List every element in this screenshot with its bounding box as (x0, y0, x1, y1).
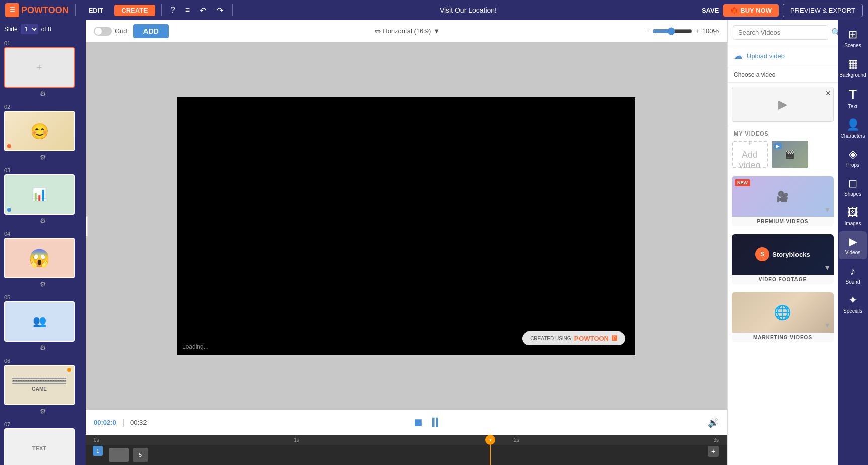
slide-thumb-inner-2: 😊 (5, 112, 74, 150)
add-button[interactable]: ADD (133, 24, 169, 38)
aspect-ratio-selector[interactable]: ⇔ Horizontal (16:9) ▼ (374, 26, 440, 36)
slide-icon-bar-1: ⚙ (4, 88, 82, 100)
shapes-icon: ◻ (848, 177, 857, 190)
sidebar-item-videos[interactable]: ▶ Videos (839, 231, 867, 259)
flag-icon: 🍁 (730, 7, 738, 14)
logo-text: POWTOON (21, 5, 69, 16)
watermark-brand-text: POWTOON (574, 335, 609, 342)
aspect-ratio-label: Horizontal (16:9) (383, 27, 431, 35)
slide-settings-4[interactable]: ⚙ (40, 280, 46, 288)
slide-thumb-4[interactable]: 😱 (4, 238, 75, 278)
zoom-minus[interactable]: − (645, 27, 649, 35)
specials-icon: ✦ (848, 294, 857, 307)
create-button[interactable]: CREATE (114, 5, 155, 16)
time-current: 00:02:0 (94, 419, 116, 426)
specials-label: Specials (843, 308, 862, 314)
stop-button[interactable]: ⏹ (413, 416, 424, 429)
slide-item-6[interactable]: 06 GAME ⚙ (4, 358, 82, 417)
slide-item-3[interactable]: 03 📊 ⚙ (4, 167, 82, 227)
sidebar-item-background[interactable]: ▦ Background (839, 53, 867, 82)
props-label: Props (846, 162, 859, 168)
slide-item-4[interactable]: 04 😱 ⚙ (4, 231, 82, 290)
timeline-track: 5 (101, 445, 727, 465)
slide-settings-5[interactable]: ⚙ (40, 344, 46, 352)
slide-thumb-inner-7: TEXT (5, 429, 74, 465)
storyblocks-section[interactable]: S Storyblocks ▼ VIDEO FOOTAGE (732, 234, 834, 284)
slide-number-1: 01 (4, 40, 82, 46)
slide-thumb-inner-6: GAME (5, 366, 74, 404)
app-logo: ☰ POWTOON (5, 3, 69, 17)
timeline-add-button[interactable]: + (708, 446, 719, 457)
premium-thumb: NEW 🎥 ▼ (732, 176, 834, 217)
add-video-button[interactable]: + Add video (732, 141, 768, 168)
marketing-label: MARKETING VIDEOS (732, 333, 834, 342)
characters-label: Characters (841, 133, 865, 139)
slide-settings-3[interactable]: ⚙ (40, 217, 46, 225)
storyblocks-label: VIDEO FOOTAGE (732, 275, 834, 284)
slide-thumb-1[interactable]: + (4, 47, 75, 88)
slide-thumb-2[interactable]: 😊 (4, 111, 75, 151)
slide-number-select[interactable]: 1 2 3 4 5 6 7 8 (21, 24, 38, 34)
buy-button[interactable]: 🍁 BUY NOW (723, 4, 779, 17)
sidebar-item-sound[interactable]: ♪ Sound (839, 260, 867, 289)
slide-settings-1[interactable]: ⚙ (40, 90, 46, 98)
slide-thumb-5[interactable]: 👥 (4, 301, 75, 342)
canvas-area: ‹ Loading... CREATED USING POWTOON 🅿 (86, 42, 727, 410)
slide-settings-2[interactable]: ⚙ (40, 153, 46, 161)
search-bar: 🔍 (728, 20, 838, 45)
slide-thumb-6[interactable]: GAME (4, 365, 75, 405)
canvas-video: Loading... CREATED USING POWTOON 🅿 (177, 97, 635, 355)
zoom-plus[interactable]: + (695, 27, 699, 35)
characters-icon: 👤 (846, 118, 860, 131)
premium-camera-icon: 🎥 (776, 190, 789, 203)
search-input[interactable] (733, 25, 828, 40)
collapse-panel-button[interactable]: ‹ (86, 216, 88, 236)
time-total: 00:32 (130, 419, 147, 426)
slide-item-5[interactable]: 05 👥 ⚙ (4, 294, 82, 354)
sidebar-item-text[interactable]: T Text (839, 83, 867, 113)
video-thumbnail-1[interactable]: 🎬 ▶ (772, 141, 808, 168)
preview-export-button[interactable]: PREVIEW & EXPORT (783, 4, 863, 17)
text-icon: T (849, 87, 857, 102)
redo-button[interactable]: ↷ (213, 4, 226, 17)
marketing-icon: 🌐 (774, 304, 791, 321)
undo-button[interactable]: ↶ (197, 4, 209, 17)
slide-number-5: 05 (4, 294, 82, 300)
slide-item-7[interactable]: 07 TEXT ⚙ (4, 421, 82, 465)
slide-settings-6[interactable]: ⚙ (40, 407, 46, 415)
sidebar-item-shapes[interactable]: ◻ Shapes (839, 173, 867, 201)
sidebar-item-specials[interactable]: ✦ Specials (839, 290, 867, 318)
slide-icon-bar-2: ⚙ (4, 151, 82, 163)
slide-thumb-7[interactable]: TEXT (4, 428, 75, 465)
zoom-slider[interactable] (652, 27, 692, 35)
sidebar-item-props[interactable]: ◈ Props (839, 144, 867, 172)
upload-video-button[interactable]: ☁ Upload video (728, 45, 838, 67)
premium-videos-section[interactable]: NEW 🎥 ▼ PREMIUM VIDEOS (732, 176, 834, 226)
grid-toggle-switch[interactable] (94, 27, 112, 36)
sidebar-item-characters[interactable]: 👤 Characters (839, 114, 867, 143)
volume-button[interactable]: 🔊 (708, 417, 719, 428)
premium-label: PREMIUM VIDEOS (732, 217, 834, 226)
sidebar-item-images[interactable]: 🖼 Images (839, 202, 867, 230)
pause-button[interactable]: ⏸ (428, 414, 442, 431)
slide-icon-bar-6: ⚙ (4, 405, 82, 417)
slide-item-2[interactable]: 02 😊 ⚙ (4, 104, 82, 163)
aspect-ratio-icon: ⇔ (374, 26, 381, 36)
sidebar-item-scenes[interactable]: ⊞ Scenes (839, 24, 867, 52)
scenes-label: Scenes (844, 43, 861, 48)
topbar-divider1 (75, 4, 76, 16)
slide-thumb-inner-5: 👥 (5, 302, 74, 341)
storyblocks-logo: S Storyblocks (755, 247, 810, 261)
edit-button[interactable]: EDIT (82, 5, 111, 16)
search-icon[interactable]: 🔍 (831, 28, 838, 37)
icon-sidebar: ⊞ Scenes ▦ Background T Text 👤 Character… (838, 20, 868, 465)
marketing-videos-section[interactable]: 🌐 ▼ MARKETING VIDEOS (732, 292, 834, 342)
slide-thumb-3[interactable]: 📊 (4, 174, 75, 215)
slide-number-4: 04 (4, 231, 82, 237)
video-close-button[interactable]: ✕ (825, 89, 831, 97)
notes-button[interactable]: ≡ (182, 4, 193, 17)
slide-of-label: of 8 (41, 26, 51, 33)
help-button[interactable]: ? (168, 4, 178, 17)
save-button[interactable]: SAVE (702, 7, 719, 14)
slide-item-1[interactable]: 01 + ⚙ (4, 40, 82, 100)
